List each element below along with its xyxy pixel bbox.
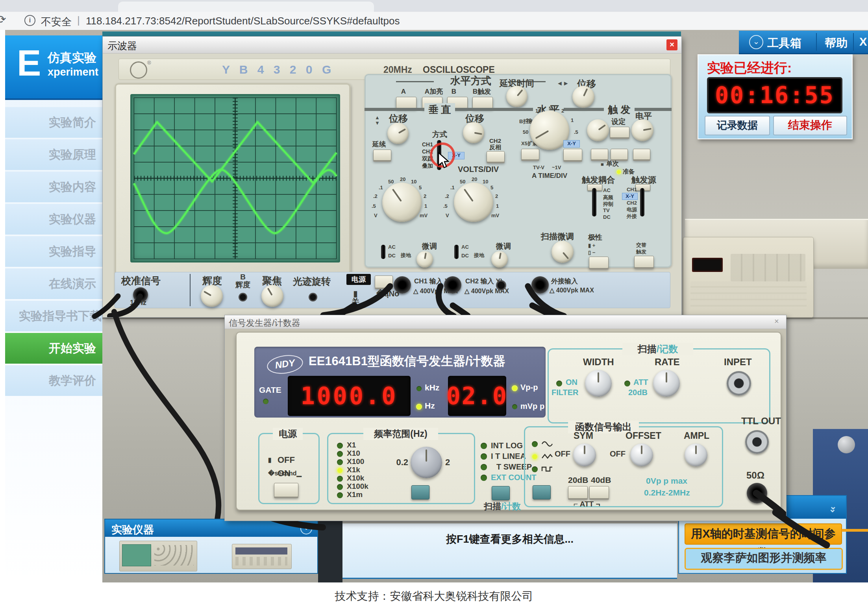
timer-display: 00:16:55	[707, 77, 842, 113]
range-x1-led	[337, 443, 343, 449]
range-x1m: X1m	[347, 491, 363, 499]
freq-range-title: 频率范围(Hz)	[363, 428, 438, 440]
generator-thumbnail[interactable]	[232, 544, 292, 569]
browser-tab[interactable]	[118, 2, 374, 12]
intlog-led	[481, 443, 487, 449]
khz-led	[416, 386, 422, 391]
width-knob[interactable]	[585, 370, 612, 397]
ampl-knob[interactable]	[685, 444, 707, 466]
help-button[interactable]: 帮助	[825, 35, 848, 51]
rate-knob[interactable]	[653, 370, 680, 397]
range-x100k-led	[337, 484, 343, 490]
page-footer: 技术支持：安徽省科大奥锐科技有限公司	[0, 582, 868, 610]
info-icon[interactable]: i	[24, 15, 35, 26]
app-root: ⟳ i 不安全 | 118.184.217.73:8542/ReportStud…	[0, 0, 868, 610]
att40-button[interactable]	[589, 486, 609, 499]
extcount-led	[481, 475, 487, 481]
reload-icon[interactable]: ⟳	[0, 13, 6, 26]
task-button-lissajous[interactable]: 观察李萨如图形并测频率	[685, 548, 843, 570]
ttl-out-connector[interactable]	[745, 430, 769, 454]
thumb-controls	[235, 557, 287, 566]
range-x100k: X100k	[347, 482, 368, 490]
mvpp-label: mVp p	[520, 402, 544, 411]
range-x1k: X1k	[347, 466, 360, 474]
itlinea-label: I T LINEA	[491, 452, 526, 460]
filter-label: FILTER	[552, 388, 579, 397]
thumb-display	[235, 547, 287, 555]
mvpp-led	[512, 404, 517, 409]
gen-power-title: 电源	[273, 428, 303, 440]
rate-label: RATE	[655, 357, 680, 367]
mouse-cursor	[438, 152, 451, 170]
scan-count-title: 扫描/记数	[622, 343, 693, 355]
toolbar-close-button[interactable]: X	[859, 35, 867, 48]
vpp-label: Vp-p	[520, 383, 538, 392]
generator-window: 信号发生器/计数器 × NDY EE1641B1型函数信号发生器/计数器 GAT…	[224, 315, 787, 521]
toolbar-divider	[816, 33, 817, 51]
att20-button[interactable]	[568, 486, 588, 499]
ohm50-label: 50Ω	[746, 470, 764, 480]
gate-label: GATE	[259, 385, 281, 395]
url-separator: |	[77, 14, 80, 26]
sym-label: SYM	[574, 431, 593, 440]
width-label: WIDTH	[583, 357, 614, 367]
message-bar: 按F1键查看更多相关信息...	[342, 523, 677, 579]
output-note1: 0Vp p max	[646, 477, 687, 485]
finish-operation-button[interactable]: 结束操作	[773, 116, 847, 135]
triangle-wave-icon	[541, 453, 553, 460]
url-text[interactable]: 118.184.217.73:8542/ReportStudent/SLabSo…	[86, 15, 400, 27]
gen-display-band: NDY EE1641B1型函数信号发生器/计数器 GATE 1000.0 kHz…	[254, 347, 546, 418]
message-text: 按F1键查看更多相关信息...	[342, 532, 677, 546]
amplitude-value: 02.0	[446, 382, 508, 410]
vpp-led	[512, 385, 518, 391]
itlinea-led	[481, 453, 487, 460]
sym-off-label: OFF	[555, 450, 570, 458]
range-x1k-led	[337, 468, 343, 473]
sym-knob[interactable]	[573, 444, 596, 466]
timer-time: 00:16:55	[715, 82, 834, 109]
offset-off-label: OFF	[610, 450, 626, 458]
generator-close-button[interactable]: ×	[774, 317, 779, 326]
toolbox-button[interactable]: 工具箱	[767, 35, 801, 51]
intlog-label: INT LOG	[491, 442, 523, 450]
freq-dial[interactable]	[411, 447, 442, 478]
inpet-label: INPET	[724, 357, 752, 367]
hz-label: Hz	[425, 401, 435, 410]
gate-led	[263, 399, 268, 404]
chevron-down-icon[interactable]: ⌄	[749, 35, 763, 49]
gen-power-button[interactable]	[274, 483, 298, 497]
square-led	[532, 466, 538, 472]
waveform-select-button[interactable]	[533, 485, 551, 499]
generator-panel: NDY EE1641B1型函数信号发生器/计数器 GATE 1000.0 kHz…	[236, 332, 781, 510]
sine-led	[532, 441, 538, 447]
timer-panel: 实验已经进行: 00:16:55 记录数据 结束操作	[698, 54, 853, 139]
gen-logo: NDY	[266, 353, 304, 376]
filter-on-label: ON	[566, 378, 577, 386]
offset-knob[interactable]	[630, 444, 653, 466]
att-label: ATT	[633, 378, 648, 386]
hz-led	[416, 404, 422, 410]
inpet-connector[interactable]	[727, 371, 751, 396]
khz-label: kHz	[425, 383, 439, 392]
gen-off-symbol: ▮	[268, 457, 272, 464]
oscilloscope-thumbnail[interactable]	[119, 541, 197, 571]
gen-model-title: EE1641B1型函数信号发生器/计数器	[309, 353, 505, 370]
thumb-knobs	[154, 545, 194, 566]
toolbar-divider2	[853, 33, 854, 51]
timer-heading: 实验已经进行:	[707, 59, 792, 77]
app-toolbar: ⌄ 工具箱 帮助 X	[739, 31, 868, 54]
filter-led	[556, 381, 562, 386]
range-x100: X100	[347, 458, 364, 466]
instruments-panel-title: 实验仪器	[111, 523, 154, 537]
ohm50-connector[interactable]	[747, 483, 767, 503]
scan-count-button[interactable]	[492, 486, 510, 500]
freq-range-button[interactable]	[411, 485, 429, 499]
range-x10-led	[337, 451, 343, 457]
dial-min-label: 0.2	[390, 458, 408, 467]
generator-titlebar[interactable]: 信号发生器/计数器 ×	[225, 315, 786, 329]
range-x10k: X10k	[347, 474, 364, 482]
generator-title: 信号发生器/计数器	[229, 317, 300, 329]
triangle-led	[532, 454, 538, 460]
record-data-button[interactable]: 记录数据	[705, 116, 770, 135]
amplitude-display: 02.0	[448, 376, 506, 416]
